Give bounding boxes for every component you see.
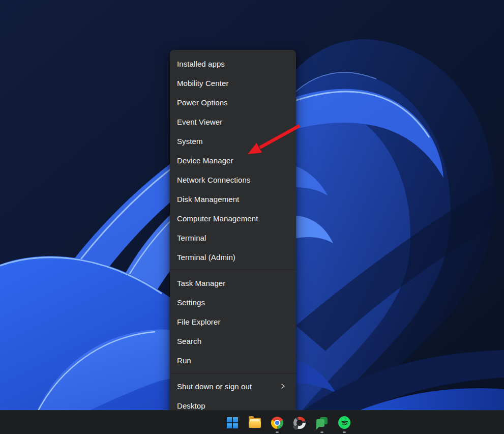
menu-item-task-manager[interactable]: Task Manager (170, 273, 296, 293)
menu-item-search[interactable]: Search (170, 331, 296, 351)
menu-separator (170, 373, 296, 373)
google-chat-icon (316, 417, 328, 429)
menu-item-computer-management[interactable]: Computer Management (170, 209, 296, 228)
menu-item-mobility-center[interactable]: Mobility Center (170, 73, 296, 93)
menu-item-terminal-admin[interactable]: Terminal (Admin) (170, 247, 296, 267)
menu-item-label: Shut down or sign out (177, 382, 252, 391)
running-indicator (320, 431, 323, 433)
taskbar-spotify-button[interactable] (338, 412, 350, 434)
menu-item-disk-management[interactable]: Disk Management (170, 189, 296, 209)
menu-item-label: File Explorer (177, 317, 221, 326)
menu-item-label: Search (177, 337, 201, 345)
menu-item-label: Task Manager (177, 279, 225, 287)
menu-item-network-connections[interactable]: Network Connections (170, 170, 296, 189)
menu-item-system[interactable]: System (170, 131, 296, 151)
menu-item-event-viewer[interactable]: Event Viewer (170, 112, 296, 131)
taskbar-file-explorer-button[interactable] (249, 412, 261, 434)
start-button[interactable] (226, 412, 239, 434)
taskbar (0, 410, 504, 434)
winx-context-menu: Installed apps Mobility Center Power Opt… (170, 50, 296, 420)
file-explorer-icon (249, 418, 261, 428)
menu-item-run[interactable]: Run (170, 351, 296, 370)
running-indicator (343, 431, 346, 433)
taskbar-icon-row (226, 411, 350, 434)
menu-item-label: Event Viewer (177, 118, 222, 126)
desktop[interactable]: Installed apps Mobility Center Power Opt… (0, 0, 504, 434)
menu-separator (170, 270, 296, 270)
chrome-icon (271, 417, 283, 429)
menu-item-terminal[interactable]: Terminal (170, 228, 296, 247)
taskbar-chrome-button[interactable] (271, 412, 283, 434)
menu-item-label: Settings (177, 298, 205, 307)
menu-item-file-explorer[interactable]: File Explorer (170, 312, 296, 331)
running-indicator (276, 431, 279, 433)
menu-item-label: Power Options (177, 98, 228, 107)
menu-item-label: Terminal (177, 234, 206, 242)
menu-item-label: Installed apps (177, 60, 225, 68)
menu-item-settings[interactable]: Settings (170, 293, 296, 312)
menu-item-label: Device Manager (177, 156, 233, 165)
menu-item-power-options[interactable]: Power Options (170, 93, 296, 112)
chevron-right-icon (280, 383, 286, 389)
taskbar-ring-app-button[interactable] (293, 412, 306, 434)
menu-item-label: Run (177, 356, 191, 365)
menu-item-label: Terminal (Admin) (177, 253, 235, 262)
menu-item-shut-down-or-sign-out[interactable]: Shut down or sign out (170, 377, 296, 396)
spotify-icon (338, 416, 350, 429)
menu-item-label: Desktop (177, 401, 205, 410)
windows-start-icon (227, 417, 238, 428)
menu-item-label: Computer Management (177, 214, 258, 223)
taskbar-google-chat-button[interactable] (316, 412, 328, 434)
menu-item-device-manager[interactable]: Device Manager (170, 151, 296, 170)
menu-item-label: Mobility Center (177, 79, 229, 88)
ring-app-icon (293, 417, 306, 429)
menu-item-label: Disk Management (177, 195, 239, 204)
menu-item-label: System (177, 137, 203, 146)
menu-item-installed-apps[interactable]: Installed apps (170, 54, 296, 73)
menu-item-label: Network Connections (177, 176, 250, 184)
